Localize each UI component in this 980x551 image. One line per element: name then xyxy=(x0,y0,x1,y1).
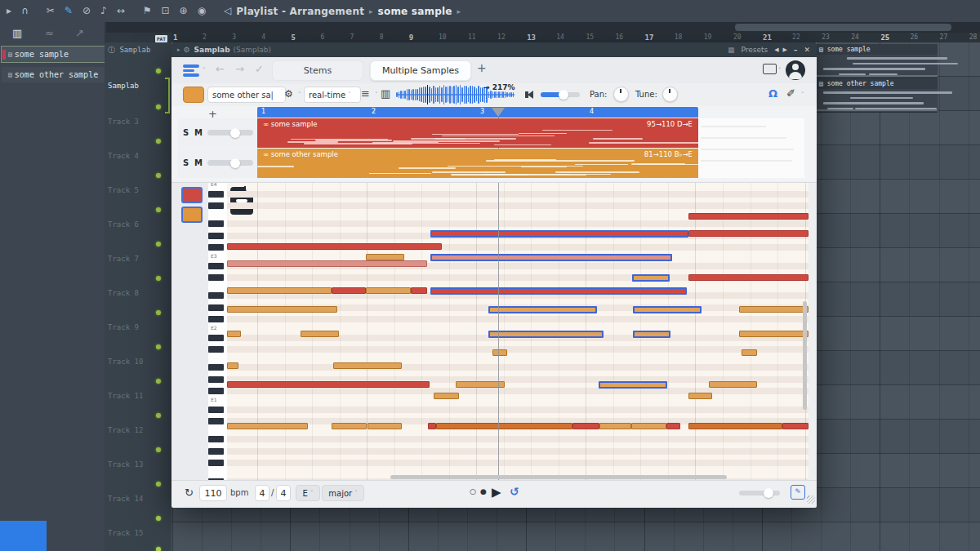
track-led[interactable] xyxy=(156,482,161,487)
note[interactable] xyxy=(227,243,442,250)
slide-tool-icon[interactable]: ↔ xyxy=(117,0,125,22)
playhead-icon[interactable]: ▸ xyxy=(7,0,11,22)
note[interactable] xyxy=(666,423,680,429)
track-led[interactable] xyxy=(156,379,161,384)
volume-slider[interactable] xyxy=(541,92,580,97)
pattern-item[interactable]: ▤some sample xyxy=(2,47,114,62)
black-key[interactable] xyxy=(208,448,224,455)
note[interactable] xyxy=(688,393,712,399)
note[interactable] xyxy=(227,331,241,337)
zoom-tool-icon[interactable]: ⊕ xyxy=(180,0,188,22)
black-key[interactable] xyxy=(208,335,224,341)
time-sig-numerator[interactable]: 4 xyxy=(255,485,270,501)
detached-grid-icon[interactable]: ▦ xyxy=(728,46,735,54)
export-folder-icon[interactable] xyxy=(763,64,777,74)
black-key[interactable] xyxy=(208,346,224,353)
layer-swatch-orange[interactable] xyxy=(181,207,203,223)
note[interactable] xyxy=(227,423,308,429)
note[interactable] xyxy=(739,331,808,337)
gear-icon[interactable]: ⚙ xyxy=(184,46,190,54)
track-name[interactable]: Track 15 xyxy=(108,529,143,537)
note[interactable] xyxy=(739,306,808,313)
chevron-down-icon[interactable]: ˅ xyxy=(298,91,301,98)
sample-name-input[interactable]: some other sa| xyxy=(207,87,286,103)
black-key[interactable] xyxy=(208,388,224,394)
sample-color-swatch[interactable] xyxy=(183,87,204,103)
monitor-icon[interactable]: ◁ xyxy=(224,0,231,22)
mute-button[interactable]: M xyxy=(194,128,203,137)
note-grid[interactable] xyxy=(227,183,808,481)
track-name[interactable]: Track 14 xyxy=(108,495,143,503)
note[interactable] xyxy=(366,254,404,260)
stem-volume-slider[interactable] xyxy=(207,130,253,136)
presets-label[interactable]: Presets xyxy=(741,46,768,54)
gear-icon[interactable]: ⚙ xyxy=(284,88,293,100)
slip-tool-icon[interactable]: ✂ xyxy=(47,0,55,22)
stem-clip[interactable]: ∞ some other sample81→110 B♭→E xyxy=(257,149,698,178)
track-led[interactable] xyxy=(156,413,161,418)
note[interactable] xyxy=(488,306,597,313)
note[interactable] xyxy=(688,423,782,429)
solo-button[interactable]: S xyxy=(183,128,189,137)
note[interactable] xyxy=(633,306,702,313)
pencil-tool-icon[interactable]: ✐ xyxy=(786,87,795,100)
track-led[interactable] xyxy=(156,139,161,144)
track-led[interactable] xyxy=(156,447,161,452)
slider-knob[interactable] xyxy=(230,128,240,138)
draw-tool-icon[interactable]: ✎ xyxy=(65,0,73,22)
loop-button[interactable]: ↺ xyxy=(510,485,519,498)
track-led[interactable] xyxy=(156,516,161,521)
note[interactable] xyxy=(631,423,666,429)
note[interactable] xyxy=(368,423,402,429)
note[interactable] xyxy=(301,331,339,337)
chevron-down-icon[interactable]: ˅ xyxy=(778,67,782,73)
mute-tool-icon[interactable]: ♪ xyxy=(100,0,107,22)
piano-view-icon[interactable]: ▥ xyxy=(381,87,390,100)
track-led[interactable] xyxy=(156,547,161,551)
note[interactable] xyxy=(227,362,238,369)
tab-stems[interactable]: Stems xyxy=(272,60,363,81)
note[interactable] xyxy=(688,213,808,220)
track-led[interactable] xyxy=(156,344,161,349)
mute-button[interactable]: M xyxy=(194,158,203,167)
solo-button[interactable]: S xyxy=(183,158,189,167)
chevron-down-icon[interactable]: ˅ xyxy=(375,91,378,98)
note[interactable] xyxy=(688,274,808,281)
automation-picker-icon[interactable]: ↗ xyxy=(75,27,84,39)
picker-selection-highlight[interactable] xyxy=(0,521,47,551)
preset-next-icon[interactable]: ▶ xyxy=(783,47,787,53)
track-name[interactable]: Track 12 xyxy=(108,426,143,434)
note[interactable] xyxy=(436,423,572,429)
bar-ruler[interactable]: 1234 xyxy=(257,107,698,118)
black-key[interactable] xyxy=(208,364,224,371)
note-vscrollbar[interactable] xyxy=(803,301,807,410)
note[interactable] xyxy=(434,393,459,399)
black-key[interactable] xyxy=(208,202,224,209)
piano-keyboard[interactable]: E4E3E2E1 xyxy=(208,183,228,481)
collapse-icon[interactable]: ▸ xyxy=(177,47,180,53)
forward-icon[interactable]: → xyxy=(235,63,244,75)
track-led[interactable] xyxy=(156,207,161,212)
track-led[interactable] xyxy=(156,104,161,109)
tune-knob[interactable] xyxy=(662,87,678,102)
chevron-down-icon[interactable]: ˅ xyxy=(203,67,206,73)
headphones-icon[interactable]: Ω xyxy=(768,87,777,100)
preview-tool-icon[interactable]: ◉ xyxy=(198,0,206,22)
resize-grip[interactable] xyxy=(807,495,815,504)
record-off-icon[interactable]: ○ xyxy=(470,487,476,495)
note[interactable] xyxy=(227,306,337,313)
note[interactable] xyxy=(227,381,430,388)
track-name[interactable]: Track 10 xyxy=(108,358,143,366)
note[interactable] xyxy=(428,423,436,429)
chevron-down-icon[interactable]: ˅ xyxy=(801,91,804,98)
note[interactable] xyxy=(632,274,670,282)
track-led[interactable] xyxy=(156,242,161,247)
note[interactable] xyxy=(782,423,808,429)
track-name[interactable]: Track 6 xyxy=(108,220,139,229)
note[interactable] xyxy=(430,230,688,238)
minimize-icon[interactable]: – xyxy=(794,46,798,54)
note[interactable] xyxy=(456,381,505,388)
account-avatar[interactable] xyxy=(786,60,805,80)
black-key[interactable] xyxy=(208,418,224,424)
edit-button[interactable]: ✎ xyxy=(791,485,805,500)
